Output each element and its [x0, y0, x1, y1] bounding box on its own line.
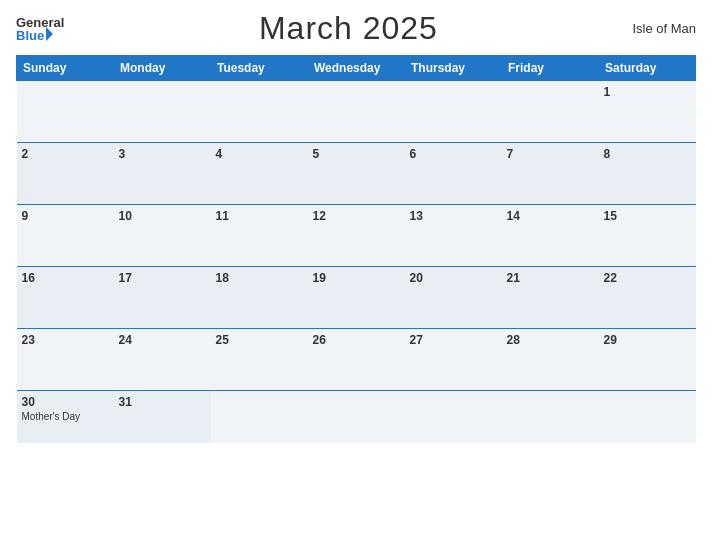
calendar-cell: 30Mother's Day: [17, 391, 114, 443]
calendar-cell: 21: [502, 267, 599, 329]
calendar-cell: 6: [405, 143, 502, 205]
day-number: 19: [313, 271, 400, 285]
calendar-cell: [308, 81, 405, 143]
day-number: 6: [410, 147, 497, 161]
day-number: 9: [22, 209, 109, 223]
day-number: 18: [216, 271, 303, 285]
calendar-cell: 24: [114, 329, 211, 391]
calendar-cell: 2: [17, 143, 114, 205]
week-row-6: 30Mother's Day31: [17, 391, 696, 443]
calendar-cell: 9: [17, 205, 114, 267]
week-row-5: 23242526272829: [17, 329, 696, 391]
day-number: 29: [604, 333, 691, 347]
weekday-header-tuesday: Tuesday: [211, 56, 308, 81]
calendar-cell: 23: [17, 329, 114, 391]
day-number: 7: [507, 147, 594, 161]
day-number: 8: [604, 147, 691, 161]
calendar-cell: 29: [599, 329, 696, 391]
calendar-table: SundayMondayTuesdayWednesdayThursdayFrid…: [16, 55, 696, 443]
day-number: 2: [22, 147, 109, 161]
event-label: Mother's Day: [22, 411, 109, 422]
weekday-header-row: SundayMondayTuesdayWednesdayThursdayFrid…: [17, 56, 696, 81]
day-number: 21: [507, 271, 594, 285]
calendar-cell: 25: [211, 329, 308, 391]
weekday-header-wednesday: Wednesday: [308, 56, 405, 81]
weekday-header-saturday: Saturday: [599, 56, 696, 81]
calendar-cell: 8: [599, 143, 696, 205]
calendar-cell: [405, 81, 502, 143]
day-number: 14: [507, 209, 594, 223]
calendar-cell: [114, 81, 211, 143]
calendar-cell: 15: [599, 205, 696, 267]
calendar-cell: 22: [599, 267, 696, 329]
calendar-cell: 12: [308, 205, 405, 267]
day-number: 28: [507, 333, 594, 347]
region-label: Isle of Man: [632, 21, 696, 36]
calendar-cell: 14: [502, 205, 599, 267]
calendar-cell: 27: [405, 329, 502, 391]
day-number: 26: [313, 333, 400, 347]
logo: General Blue: [16, 16, 64, 42]
calendar-cell: 13: [405, 205, 502, 267]
day-number: 1: [604, 85, 691, 99]
calendar-cell: [502, 391, 599, 443]
calendar-page: General Blue March 2025 Isle of Man Sund…: [0, 0, 712, 550]
day-number: 24: [119, 333, 206, 347]
weekday-header-thursday: Thursday: [405, 56, 502, 81]
day-number: 31: [119, 395, 206, 409]
day-number: 13: [410, 209, 497, 223]
day-number: 25: [216, 333, 303, 347]
weekday-header-monday: Monday: [114, 56, 211, 81]
header: General Blue March 2025 Isle of Man: [16, 10, 696, 47]
calendar-cell: 26: [308, 329, 405, 391]
calendar-cell: [17, 81, 114, 143]
calendar-cell: 4: [211, 143, 308, 205]
day-number: 15: [604, 209, 691, 223]
calendar-cell: 7: [502, 143, 599, 205]
calendar-cell: 20: [405, 267, 502, 329]
logo-blue-text: Blue: [16, 29, 44, 42]
calendar-cell: 5: [308, 143, 405, 205]
day-number: 5: [313, 147, 400, 161]
calendar-cell: 31: [114, 391, 211, 443]
calendar-cell: 28: [502, 329, 599, 391]
calendar-cell: [502, 81, 599, 143]
weekday-header-sunday: Sunday: [17, 56, 114, 81]
day-number: 4: [216, 147, 303, 161]
logo-general-text: General: [16, 16, 64, 29]
week-row-4: 16171819202122: [17, 267, 696, 329]
calendar-cell: 11: [211, 205, 308, 267]
calendar-cell: 18: [211, 267, 308, 329]
day-number: 23: [22, 333, 109, 347]
day-number: 10: [119, 209, 206, 223]
day-number: 16: [22, 271, 109, 285]
calendar-title: March 2025: [259, 10, 438, 47]
day-number: 30: [22, 395, 109, 409]
calendar-cell: [211, 81, 308, 143]
calendar-cell: 1: [599, 81, 696, 143]
day-number: 27: [410, 333, 497, 347]
calendar-cell: 3: [114, 143, 211, 205]
calendar-cell: [211, 391, 308, 443]
calendar-cell: 17: [114, 267, 211, 329]
day-number: 22: [604, 271, 691, 285]
calendar-cell: 10: [114, 205, 211, 267]
calendar-cell: [405, 391, 502, 443]
day-number: 12: [313, 209, 400, 223]
calendar-cell: 19: [308, 267, 405, 329]
calendar-cell: [599, 391, 696, 443]
day-number: 20: [410, 271, 497, 285]
calendar-cell: [308, 391, 405, 443]
day-number: 11: [216, 209, 303, 223]
week-row-1: 1: [17, 81, 696, 143]
day-number: 3: [119, 147, 206, 161]
day-number: 17: [119, 271, 206, 285]
week-row-3: 9101112131415: [17, 205, 696, 267]
week-row-2: 2345678: [17, 143, 696, 205]
calendar-cell: 16: [17, 267, 114, 329]
weekday-header-friday: Friday: [502, 56, 599, 81]
logo-triangle-icon: [46, 27, 53, 41]
